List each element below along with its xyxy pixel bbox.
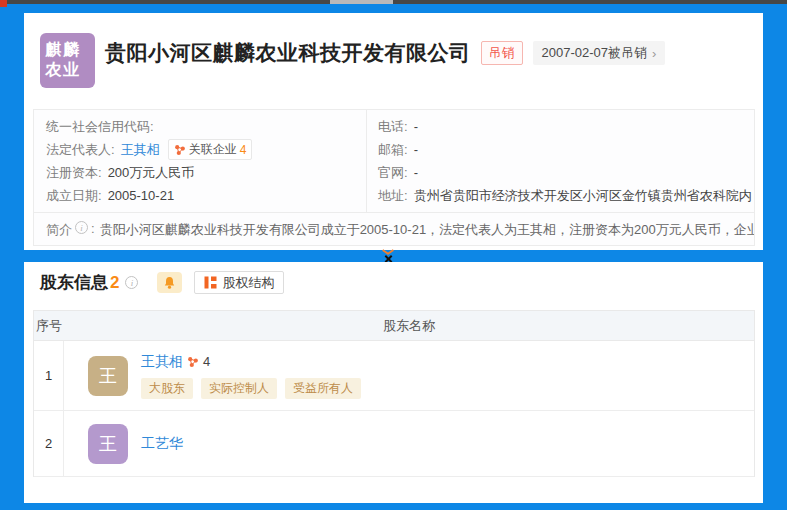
info-icon[interactable]: i [125,276,138,289]
field-registered-capital: 注册资本: 200万元人民币 [46,161,366,184]
row-index: 1 [34,341,64,410]
revoke-date-text: 2007-02-07被吊销 [542,44,648,62]
tag-actual-controller: 实际控制人 [201,378,277,399]
intro-colon: : [91,221,95,236]
row-index: 2 [34,411,64,476]
bell-icon [163,276,176,290]
intro-text: 贵阳小河区麒麟农业科技开发有限公司成立于2005-10-21，法定代表人为王其相… [100,221,754,239]
window-top-edge-highlight [330,0,393,4]
legal-representative-link[interactable]: 王其相 [121,141,160,159]
chevron-right-icon: › [652,46,656,61]
field-phone: 电话: - [378,115,754,138]
field-address: 地址: 贵州省贵阳市经济技术开发区小河区金竹镇贵州省农科院内 [378,184,754,207]
related-companies-icon [187,356,199,368]
avatar: 王 [88,356,128,396]
intro-label: 简介 [46,221,72,239]
field-establish-date: 成立日期: 2005-10-21 [46,184,366,207]
shareholders-header: 股东信息 2 i 股权结构 [40,271,284,294]
table-header-row: 序号 股东名称 [34,311,754,341]
shareholders-count: 2 [110,273,119,293]
revoke-date-link[interactable]: 2007-02-07被吊销 › [533,41,666,65]
equity-structure-icon [204,276,217,289]
shareholders-table: 序号 股东名称 1 王 王其相 4 [33,310,755,477]
logo-line1: 麒麟 [45,40,95,60]
logo-line2: 农业 [45,60,95,80]
status-badge: 吊销 [481,41,523,65]
avatar: 王 [88,424,128,464]
shareholders-card: 股东信息 2 i 股权结构 序号 股东名称 1 王 [24,262,763,503]
related-companies-icon [174,144,186,156]
shareholders-title: 股东信息 [40,271,108,294]
company-intro-row: 简介 i : 贵阳小河区麒麟农业科技开发有限公司成立于2005-10-21，法定… [34,212,754,239]
window-top-edge [0,0,787,4]
info-icon[interactable]: i [75,221,88,234]
table-row: 1 王 王其相 4 大股东 [34,341,754,411]
company-title-row: 贵阳小河区麒麟农业科技开发有限公司 吊销 2007-02-07被吊销 › [105,39,665,67]
company-title: 贵阳小河区麒麟农业科技开发有限公司 [105,39,471,67]
company-logo: 麒麟 农业 [40,33,95,88]
shareholder-name-link[interactable]: 工艺华 [141,435,183,453]
column-header-index: 序号 [34,311,64,340]
shareholder-name-link[interactable]: 王其相 [141,353,183,371]
cursor-marker-icon [382,249,395,263]
field-website: 官网: - [378,161,754,184]
column-header-name: 股东名称 [64,311,754,340]
field-credit-code: 统一社会信用代码: [46,115,366,138]
tag-major-shareholder: 大股东 [141,378,193,399]
field-legal-representative: 法定代表人: 王其相 关联企业 4 [46,138,366,161]
corner-marker [0,0,7,7]
shareholder-tags: 大股东 实际控制人 受益所有人 [141,378,361,399]
company-info-panel: 统一社会信用代码: 法定代表人: 王其相 关联企业 4 [33,109,755,246]
tag-beneficial-owner: 受益所有人 [285,378,361,399]
monitor-bell-button[interactable] [157,272,182,293]
table-row: 2 王 工艺华 [34,411,754,477]
equity-structure-button[interactable]: 股权结构 [194,271,284,294]
shareholder-relation-count: 4 [203,354,210,369]
info-column-left: 统一社会信用代码: 法定代表人: 王其相 关联企业 4 [34,110,366,212]
related-companies-count: 4 [240,143,247,157]
related-companies-badge[interactable]: 关联企业 4 [168,139,253,160]
info-column-right: 电话: - 邮箱: - 官网: - 地址: 贵州省贵阳市经济技术开发区小河区金竹… [366,110,754,212]
company-summary-card: 麒麟 农业 贵阳小河区麒麟农业科技开发有限公司 吊销 2007-02-07被吊销… [24,13,763,250]
related-companies-label: 关联企业 [189,141,237,158]
field-email: 邮箱: - [378,138,754,161]
equity-structure-label: 股权结构 [222,274,274,292]
